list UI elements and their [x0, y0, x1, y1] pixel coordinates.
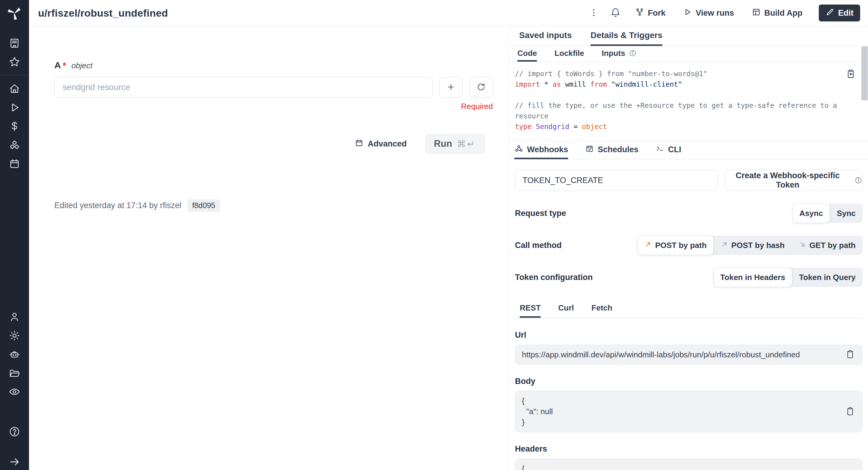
user-icon — [8, 311, 21, 324]
edited-text: Edited yesterday at 17:14 by rfiszel — [54, 201, 181, 210]
call-method-row: Call method POST by path POST by hash GE… — [515, 236, 863, 255]
get-by-path-label: GET by path — [809, 241, 856, 250]
calendar-check-icon — [585, 144, 594, 155]
robot-icon — [8, 348, 21, 362]
bell-icon — [610, 7, 621, 19]
option-post-by-hash[interactable]: POST by hash — [714, 236, 792, 255]
tab-details-triggers[interactable]: Details & Triggers — [590, 26, 662, 46]
option-token-in-query[interactable]: Token in Query — [792, 268, 863, 287]
sidebar-item-schedules[interactable] — [0, 155, 29, 174]
sidebar — [0, 0, 29, 470]
panel-scrollbar-thumb[interactable] — [861, 46, 868, 100]
gear-icon — [8, 330, 21, 343]
headers-json: { "Content-Type": "application/json", "A… — [522, 463, 835, 470]
sidebar-item-users[interactable] — [0, 308, 29, 327]
panel-tabs: Saved inputs Details & Triggers — [509, 26, 868, 46]
sidebar-item-settings[interactable] — [0, 327, 29, 346]
folder-icon — [8, 367, 21, 380]
create-webhook-token-button[interactable]: Create a Webhook-specific Token — [725, 170, 863, 191]
option-get-by-path[interactable]: GET by path — [792, 236, 863, 255]
sidebar-item-workspace[interactable] — [0, 34, 29, 53]
code-viewer: // import { toWords } from "number-to-wo… — [509, 62, 868, 142]
run-button[interactable]: Run ⌘↵ — [425, 133, 485, 154]
windmill-app: u/rfiszel/robust_undefined Fork View run… — [0, 0, 868, 470]
tab-fetch[interactable]: Fetch — [591, 300, 612, 318]
terminal-icon — [655, 144, 664, 155]
request-type-row: Request type Async Sync — [515, 203, 863, 223]
arrow-down-right-icon — [799, 241, 806, 250]
run-shortcut: ⌘↵ — [457, 139, 476, 149]
run-form-panel: A * object Required Advanced Run ⌘↵ — [29, 26, 509, 470]
option-sync[interactable]: Sync — [830, 203, 863, 223]
sidebar-item-help[interactable] — [0, 423, 29, 442]
request-type-label: Request type — [515, 209, 566, 218]
tab-inputs[interactable]: Inputs — [601, 46, 637, 62]
webhooks-label: Webhooks — [527, 145, 568, 154]
calendar-small-icon — [354, 138, 364, 150]
code-content[interactable]: // import { toWords } from "number-to-wo… — [515, 69, 859, 132]
trigger-tabs: Webhooks Schedules CLI — [509, 142, 868, 159]
view-runs-label: View runs — [695, 8, 734, 18]
fork-icon — [635, 7, 644, 19]
advanced-button[interactable]: Advanced — [354, 138, 407, 150]
body-json: { "a": null} — [522, 396, 835, 428]
tab-saved-inputs[interactable]: Saved inputs — [519, 26, 572, 46]
resource-input[interactable] — [54, 77, 433, 98]
sidebar-item-audit-logs[interactable] — [0, 383, 29, 402]
view-runs-button[interactable]: View runs — [676, 4, 741, 22]
pencil-icon — [826, 7, 835, 19]
resource-input-row — [54, 77, 493, 98]
body-box: { "a": null} — [515, 391, 863, 432]
tab-lockfile[interactable]: Lockfile — [555, 46, 584, 62]
fork-button[interactable]: Fork — [628, 4, 672, 22]
calendar-icon — [8, 158, 21, 171]
sidebar-item-home[interactable] — [0, 80, 29, 99]
tab-rest[interactable]: REST — [520, 300, 540, 318]
build-app-button[interactable]: Build App — [745, 4, 809, 22]
field-type: object — [71, 61, 92, 70]
tab-curl[interactable]: Curl — [558, 300, 574, 318]
create-webhook-token-label: Create a Webhook-specific Token — [725, 171, 850, 190]
sidebar-expand[interactable] — [0, 455, 29, 470]
copy-body-button[interactable] — [845, 406, 855, 417]
clipboard-icon — [845, 412, 855, 417]
post-by-path-label: POST by path — [655, 241, 706, 250]
option-token-in-headers[interactable]: Token in Headers — [713, 268, 792, 287]
tab-code[interactable]: Code — [517, 46, 537, 62]
sidebar-item-resources[interactable] — [0, 136, 29, 155]
option-post-by-path[interactable]: POST by path — [637, 236, 713, 255]
clipboard-paste-icon — [846, 75, 856, 80]
token-input[interactable] — [515, 170, 718, 191]
tab-schedules[interactable]: Schedules — [585, 142, 639, 159]
version-hash-badge[interactable]: f8d095 — [187, 199, 220, 212]
notifications-button[interactable] — [607, 4, 624, 22]
info-icon — [855, 177, 862, 184]
sidebar-item-favorites[interactable] — [0, 53, 29, 72]
clipboard-icon — [845, 355, 855, 360]
details-panel: Saved inputs Details & Triggers Code Loc… — [509, 26, 868, 470]
option-async[interactable]: Async — [793, 203, 830, 223]
field-label-row: A * object — [54, 60, 509, 70]
tab-cli[interactable]: CLI — [655, 142, 681, 159]
sidebar-item-workers[interactable] — [0, 346, 29, 364]
copy-url-button[interactable] — [845, 349, 855, 360]
sidebar-item-runs[interactable] — [0, 99, 29, 118]
layout-grid-icon — [752, 7, 761, 19]
sidebar-item-usage[interactable] — [0, 118, 29, 136]
boxes-icon — [8, 139, 21, 152]
play-outline-icon — [683, 7, 692, 19]
copy-code-button[interactable] — [846, 69, 856, 80]
detail-tabs: Code Lockfile Inputs — [509, 46, 868, 62]
tab-webhooks[interactable]: Webhooks — [514, 142, 568, 159]
sidebar-item-folders[interactable] — [0, 364, 29, 383]
token-configuration-label: Token configuration — [515, 273, 593, 282]
build-app-label: Build App — [765, 8, 803, 18]
refresh-button[interactable] — [469, 77, 493, 98]
arrow-right-icon — [8, 456, 21, 469]
more-menu-button[interactable] — [585, 4, 602, 22]
snippet-tabs: REST Curl Fetch — [515, 300, 863, 318]
page-title: u/rfiszel/robust_undefined — [38, 7, 168, 19]
windmill-logo[interactable] — [0, 0, 29, 26]
edit-button[interactable]: Edit — [819, 4, 860, 22]
add-resource-button[interactable] — [439, 77, 463, 98]
